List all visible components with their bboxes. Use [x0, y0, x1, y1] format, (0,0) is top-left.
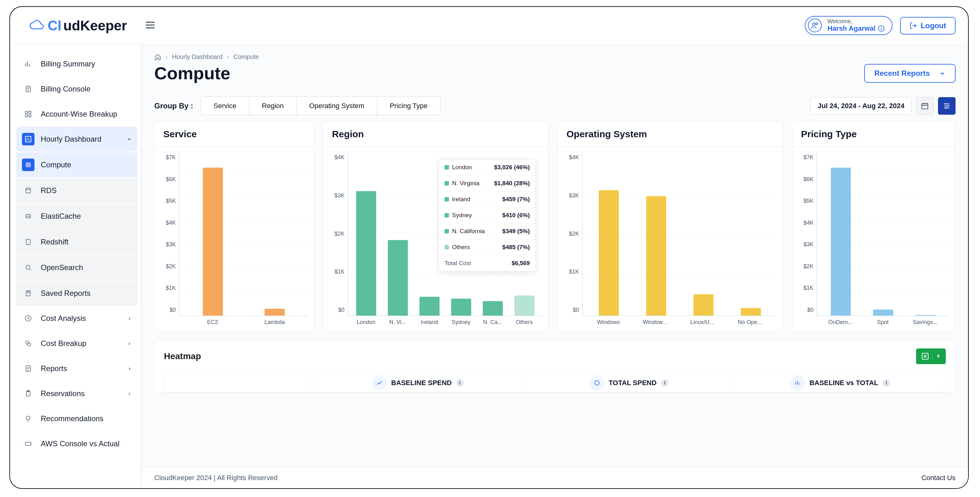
group-by-pricing[interactable]: Pricing Type — [377, 97, 440, 115]
chart-bar[interactable] — [831, 168, 851, 316]
chart-bar[interactable] — [483, 301, 503, 316]
chart-title: Operating System — [558, 122, 783, 147]
calendar-icon — [921, 102, 929, 110]
svg-point-28 — [945, 107, 947, 108]
sidebar-item-account-breakup[interactable]: Account-Wise Breakup — [16, 102, 137, 127]
sidebar-item-cost-breakup[interactable]: Cost Breakup — [16, 331, 137, 356]
svg-rect-25 — [922, 103, 928, 109]
page-title: Compute — [154, 63, 231, 83]
x-tick: N. Vi... — [385, 319, 411, 327]
sidebar-item-label: Redshift — [41, 238, 68, 246]
svg-rect-24 — [25, 442, 31, 445]
sidebar-item-label: Hourly Dashboard — [41, 135, 101, 143]
chart-card-pricing: Pricing Type $7K$6K$5K$4K$3K$2K$1K$0OnDe… — [792, 122, 955, 331]
sidebar-item-elasticache[interactable]: ElastiCache — [16, 204, 137, 229]
svg-rect-7 — [25, 115, 28, 117]
report-icon — [22, 362, 35, 375]
sidebar-item-billing-console[interactable]: Billing Console — [16, 76, 137, 102]
info-icon[interactable]: i — [661, 379, 668, 387]
x-tick: Savings... — [912, 319, 938, 327]
x-tick: Others — [511, 319, 538, 327]
chevron-right-icon — [127, 339, 132, 348]
group-by-os[interactable]: Operating System — [297, 97, 377, 115]
info-icon[interactable]: i — [456, 379, 464, 387]
analysis-icon — [22, 312, 35, 325]
compute-icon — [22, 159, 35, 171]
chart-bar[interactable] — [694, 294, 714, 316]
logout-button[interactable]: Logout — [900, 17, 956, 35]
user-menu[interactable]: Welcome, Harsh Agarwal i — [805, 16, 892, 35]
recent-reports-button[interactable]: Recent Reports — [864, 64, 956, 83]
sidebar-item-saved-reports[interactable]: Saved Reports — [16, 281, 137, 306]
breadcrumb-item: Compute — [234, 53, 259, 60]
chart-bar[interactable] — [915, 315, 935, 316]
home-icon[interactable] — [154, 54, 161, 60]
sidebar-item-opensearch[interactable]: OpenSearch — [16, 255, 137, 280]
sidebar: Billing Summary Billing Console Account-… — [10, 44, 142, 488]
sidebar-item-reservations[interactable]: Reservations — [16, 381, 137, 406]
sidebar-item-label: Account-Wise Breakup — [41, 110, 117, 119]
menu-toggle-button[interactable] — [146, 21, 154, 30]
info-icon[interactable]: i — [883, 379, 890, 387]
excel-icon — [921, 352, 929, 360]
chevron-down-icon — [127, 135, 132, 143]
chart-title: Service — [154, 122, 314, 147]
sidebar-item-hourly-dashboard[interactable]: Hourly Dashboard — [16, 127, 137, 152]
bookmark-icon — [22, 287, 35, 300]
breadcrumb-item[interactable]: Hourly Dashboard — [172, 53, 223, 60]
chart-card-region: Region $4K$3K$2K$1K$0LondonN. Vi...Irela… — [323, 122, 549, 331]
username-label: Harsh Agarwal i — [827, 24, 884, 33]
group-by-region[interactable]: Region — [249, 97, 297, 115]
group-by-service[interactable]: Service — [201, 97, 249, 115]
sidebar-item-label: Billing Console — [41, 85, 91, 94]
x-tick: Windows... — [643, 319, 669, 327]
svg-point-19 — [28, 343, 31, 346]
sidebar-item-aws-console[interactable]: AWS Console vs Actual — [16, 431, 137, 456]
sidebar-item-label: Cost Breakup — [41, 339, 86, 348]
svg-point-18 — [26, 341, 29, 344]
svg-rect-10 — [26, 163, 30, 167]
filter-button[interactable] — [938, 97, 956, 115]
chart-bar[interactable] — [514, 295, 535, 316]
redshift-icon — [22, 236, 35, 248]
sidebar-item-label: Reports — [41, 364, 67, 373]
sidebar-item-label: Recommendations — [41, 414, 103, 423]
chart-bar[interactable] — [356, 191, 376, 316]
chevron-down-icon — [939, 70, 945, 76]
chart-bar[interactable] — [646, 196, 666, 316]
chart-bar[interactable] — [741, 308, 761, 316]
users-icon — [811, 22, 819, 29]
chevron-right-icon — [127, 389, 132, 398]
sidebar-item-reports[interactable]: Reports — [16, 356, 137, 381]
contact-link[interactable]: Contact Us — [921, 474, 956, 482]
sidebar-item-recommendations[interactable]: Recommendations — [16, 406, 137, 431]
x-tick: Lambda — [261, 319, 288, 327]
chart-bar[interactable] — [420, 297, 439, 316]
chart-bar[interactable] — [388, 240, 408, 316]
svg-point-30 — [594, 381, 599, 386]
chart-card-service: Service $7K$6K$5K$4K$3K$2K$1K$0EC2Lambda — [154, 122, 314, 331]
sidebar-item-redshift[interactable]: Redshift — [16, 229, 137, 254]
svg-text:i: i — [881, 26, 882, 31]
chart-bar[interactable] — [451, 299, 471, 316]
app-logo[interactable]: CludKeeper — [29, 18, 127, 33]
chart-bar[interactable] — [599, 190, 619, 316]
sidebar-item-cost-analysis[interactable]: Cost Analysis — [16, 306, 137, 331]
calendar-button[interactable] — [916, 97, 934, 115]
sidebar-item-compute[interactable]: Compute — [16, 152, 137, 177]
sidebar-item-rds[interactable]: RDS — [16, 178, 137, 203]
bars-icon — [22, 58, 35, 70]
svg-point-1 — [816, 23, 818, 25]
sidebar-item-label: Saved Reports — [41, 289, 91, 298]
download-icon — [932, 353, 941, 359]
sidebar-item-label: Cost Analysis — [41, 314, 86, 323]
sidebar-item-billing-summary[interactable]: Billing Summary — [16, 51, 137, 76]
dashboard-icon — [22, 133, 35, 145]
chart-bar[interactable] — [265, 309, 285, 316]
date-range-display[interactable]: Jul 24, 2024 - Aug 22, 2024 — [810, 97, 912, 115]
chart-bar[interactable] — [203, 168, 223, 316]
group-by-segmented: Service Region Operating System Pricing … — [200, 97, 441, 115]
chart-bar[interactable] — [873, 310, 893, 316]
chart-title: Region — [323, 122, 548, 147]
export-excel-button[interactable] — [916, 348, 946, 364]
